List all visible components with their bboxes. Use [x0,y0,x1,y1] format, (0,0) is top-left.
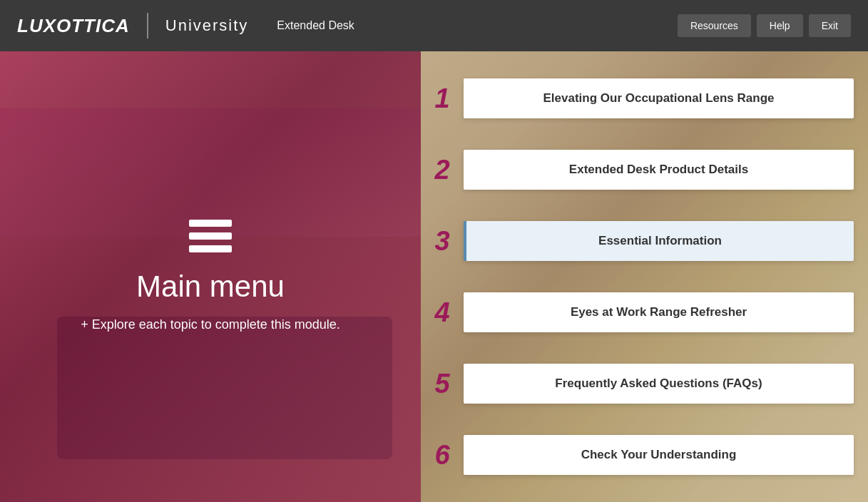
logo-area: LUXOTTICA University Extended Desk [17,13,354,39]
main-content: Main menu + Explore each topic to comple… [0,51,868,502]
menu-number-4: 4 [421,297,464,328]
menu-item-row: 6Check Your Understanding [421,435,854,475]
resources-button[interactable]: Resources [678,14,751,37]
menu-item-row: 4Eyes at Work Range Refresher [421,292,854,332]
header-nav: Resources Help Exit [678,14,851,37]
menu-number-1: 1 [421,83,464,114]
logo-divider [147,13,148,39]
app-header: LUXOTTICA University Extended Desk Resou… [0,0,868,51]
menu-item-button-1[interactable]: Elevating Our Occupational Lens Range [464,78,854,118]
logo-text: LUXOTTICA [17,15,130,37]
menu-item-button-6[interactable]: Check Your Understanding [464,435,854,475]
menu-item-button-2[interactable]: Extended Desk Product Details [464,150,854,190]
extended-desk-label: Extended Desk [277,19,354,32]
left-content: Main menu + Explore each topic to comple… [0,51,421,502]
right-panel: 1Elevating Our Occupational Lens Range2E… [421,51,868,502]
menu-item-row: 2Extended Desk Product Details [421,150,854,190]
hamburger-line-2 [189,232,232,240]
menu-items-container: 1Elevating Our Occupational Lens Range2E… [421,51,868,502]
hamburger-line-3 [189,245,232,252]
hamburger-line-1 [189,220,232,227]
menu-number-6: 6 [421,440,464,471]
left-panel: Main menu + Explore each topic to comple… [0,51,421,502]
menu-item-button-4[interactable]: Eyes at Work Range Refresher [464,292,854,332]
university-label: University [165,16,249,35]
menu-number-5: 5 [421,369,464,399]
menu-number-2: 2 [421,155,464,185]
menu-item-row: 1Elevating Our Occupational Lens Range [421,78,854,118]
menu-item-row: 3Essential Information [421,221,854,261]
explore-text: + Explore each topic to complete this mo… [81,315,340,334]
menu-number-3: 3 [421,226,464,257]
menu-item-row: 5Frequently Asked Questions (FAQs) [421,364,854,404]
main-menu-title: Main menu [136,270,285,304]
menu-item-button-5[interactable]: Frequently Asked Questions (FAQs) [464,364,854,404]
help-button[interactable]: Help [757,14,803,37]
menu-icon [189,220,232,252]
exit-button[interactable]: Exit [809,14,851,37]
menu-item-button-3[interactable]: Essential Information [464,221,854,261]
